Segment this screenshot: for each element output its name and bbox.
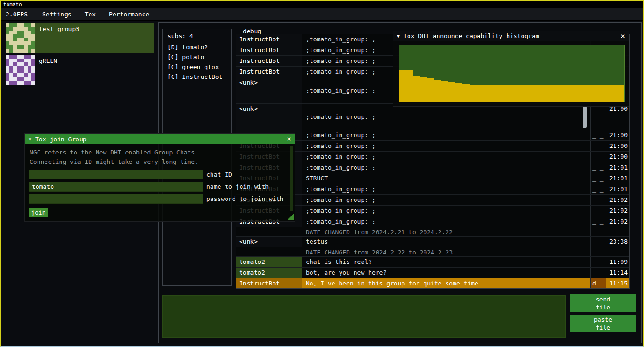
send-file-button[interactable]: send file [570,294,636,312]
avatar-pixel [17,55,21,59]
avatar-pixel [24,55,28,59]
join-input-chat-ID[interactable] [29,170,203,179]
resize-grip-icon[interactable] [288,214,294,220]
avatar-pixel [31,34,35,38]
menu-item-performance[interactable]: Performance [109,11,149,18]
chat-row-time: 11:15 [606,278,629,289]
join-input-password-to-join-with[interactable] [29,194,203,204]
avatar-pixel [6,23,9,27]
avatar-pixel [17,41,21,45]
avatar-pixel [21,45,24,49]
join-dialog-titlebar[interactable]: ▼ Tox join Group × [25,134,295,144]
histogram-bar [399,70,406,102]
avatar-pixel [17,66,21,70]
avatar-pixel [13,27,17,31]
avatar-pixel [21,59,24,62]
chat-row-time: 21:02 [606,216,629,227]
chat-row-flags: _ _ [591,237,606,247]
avatar-pixel [31,23,35,27]
histogram-bar [498,85,505,102]
avatar-pixel [24,31,28,34]
chat-row[interactable]: tomato2bot, are you new here?_ _11:14 [236,268,629,278]
avatar-pixel [6,49,9,53]
avatar-pixel [28,38,31,42]
chat-row-time: 11:09 [606,257,629,267]
chat-row[interactable]: <unk>testus_ _23:38 [236,237,629,247]
avatar-pixel [31,41,35,45]
chat-row-time: 21:00 [606,141,629,151]
avatar-pixel [28,77,31,81]
menu-item-tox[interactable]: Tox [85,11,96,18]
avatar-pixel [21,55,24,59]
avatar-pixel [6,70,9,74]
sub-member[interactable]: [D] tomato2 [163,42,231,52]
join-input-name-to-join-with[interactable] [29,182,203,192]
dht-histogram-chart [399,45,625,102]
join-dialog-title: Tox join Group [35,136,87,143]
close-icon[interactable]: × [287,135,291,143]
avatar-pixel [24,34,28,38]
avatar-pixel [28,81,31,85]
avatar-pixel [6,31,9,34]
chat-row[interactable]: <unk>---- ;tomato_in_group: ; ----_ _21:… [236,104,629,130]
collapse-icon[interactable]: ▼ [397,33,400,39]
menu-item-settings[interactable]: Settings [42,11,72,18]
menu-items: SettingsToxPerformance [42,11,162,18]
join-button[interactable]: join [29,208,48,217]
date-separator-row[interactable]: DATE CHANGED from 2024.2.21 to 2024.2.22 [236,227,629,237]
date-separator-row[interactable]: DATE CHANGED from 2024.2.22 to 2024.2.23 [236,247,629,257]
join-field-row: chat ID [29,170,291,179]
collapse-icon[interactable]: ▼ [29,137,31,142]
histogram-bar [455,83,462,102]
histogram-bar [603,85,610,102]
menubar: 2.0FPS SettingsToxPerformance [1,8,643,21]
avatar-pixel [31,81,35,85]
avatar-pixel [24,73,28,77]
histogram-bar [526,85,533,102]
avatar-pixel [28,49,31,53]
sub-member[interactable]: [C] green_qtox [163,62,231,72]
chat-row-message: ;tomato_in_group: ; [302,216,591,227]
sidebar-group-test_group3[interactable]: test_group3 [6,23,154,53]
chat-row-message: ;tomato_in_group: ; [302,141,591,151]
avatar-pixel [13,55,17,59]
histogram-bar [491,85,498,102]
histogram-bar [589,85,596,102]
chat-row[interactable]: InstructBotNo, I've been in this group f… [236,278,629,289]
chat-row-time: 21:00 [606,130,629,140]
dialog-scrollbar[interactable] [290,146,293,211]
chat-row-message: DATE CHANGED from 2024.2.21 to 2024.2.22 [302,227,591,236]
join-field-label: chat ID [206,171,232,178]
avatar-pixel [28,66,31,70]
avatar-pixel [17,27,21,31]
histogram-bar [596,85,603,102]
histogram-dialog-titlebar[interactable]: ▼ Tox DHT announce capability histogram … [393,31,629,41]
chat-row-message: STRUCT [302,173,591,184]
avatar-pixel [21,66,24,70]
chat-row[interactable]: tomato2chat is this real?_ _11:09 [236,257,629,268]
histogram-bar [582,85,589,102]
avatar-pixel [9,49,13,53]
avatar-pixel [21,34,24,38]
sub-member[interactable]: [C] potato [163,52,231,62]
close-icon[interactable]: × [621,32,625,40]
sidebar-group-gREEN[interactable]: gREEN [6,55,154,85]
avatar-pixel [6,77,9,81]
histogram-bars [399,45,624,102]
sub-member[interactable]: [C] InstructBot [163,72,231,82]
chat-row-name: tomato2 [236,268,302,278]
message-input[interactable] [162,295,566,338]
histogram-bar [512,85,519,102]
chat-row-message: ;tomato_in_group: ; [302,184,591,194]
avatar-pixel [31,45,35,49]
chat-scrollbar-thumb[interactable] [583,106,587,128]
avatar-pixel [6,81,9,85]
avatar-pixel [17,59,21,62]
chat-row-flags: _ _ [591,173,606,184]
paste-file-button[interactable]: paste file [570,315,636,332]
avatar-pixel [21,73,24,77]
avatar-pixel [28,34,31,38]
group-avatar [6,23,35,53]
avatar-pixel [24,23,28,27]
histogram-bar [568,85,575,102]
